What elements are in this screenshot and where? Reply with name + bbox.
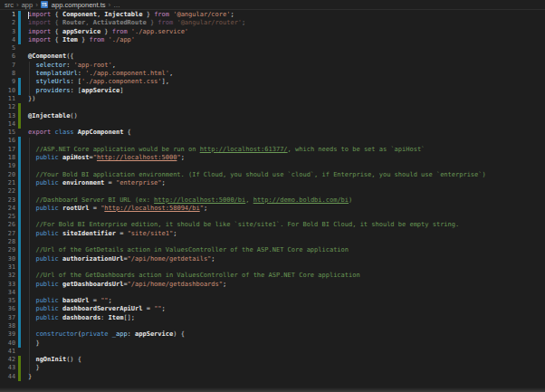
code-line[interactable]: 16: [0, 137, 545, 145]
line-number: 34: [0, 289, 15, 297]
line-number: 14: [0, 120, 15, 129]
code-line[interactable]: 14: [0, 120, 545, 129]
line-number: 29: [0, 246, 15, 254]
code-line[interactable]: 40 }: [0, 339, 545, 348]
code-line[interactable]: 24 public rootUrl = "http://localhost:58…: [0, 205, 545, 213]
code-line[interactable]: 5: [0, 44, 545, 53]
line-number: 37: [0, 314, 15, 322]
code-line[interactable]: 4import { Item } from './app': [0, 36, 545, 44]
code-line[interactable]: 11}): [0, 95, 545, 103]
code-text: //ASP.NET Core application would be run …: [21, 146, 425, 154]
code-line[interactable]: 6@Component({: [0, 53, 545, 61]
line-number: 23: [0, 196, 15, 205]
code-line[interactable]: 36 public dashboardServerApiUrl = "";: [0, 305, 545, 313]
code-line[interactable]: 29 //Url of the GetDetails action in Val…: [0, 246, 545, 254]
code-text: ngOnInit() {: [21, 356, 81, 364]
line-number: 11: [0, 95, 15, 103]
breadcrumb-item-filename[interactable]: app.component.ts: [52, 1, 106, 9]
code-lines: 1import { Component, Injectable } from '…: [0, 11, 545, 381]
code-line[interactable]: 21 public environment = "enterprise";: [0, 179, 545, 187]
line-number: 43: [0, 364, 15, 372]
line-number: 36: [0, 305, 15, 313]
code-line[interactable]: 20 //Your Bold BI application environmen…: [0, 171, 545, 179]
code-text: [21, 289, 28, 297]
code-line[interactable]: 9 styleUrls: ['./app.component.css'],: [0, 78, 545, 86]
code-line[interactable]: 19: [0, 162, 545, 170]
breadcrumb-separator: ›: [108, 1, 110, 9]
code-line[interactable]: 44}: [0, 373, 545, 381]
code-line[interactable]: 37 public dashboards: Item[];: [0, 314, 545, 322]
code-text: [21, 348, 28, 356]
line-number: 20: [0, 171, 15, 179]
code-line[interactable]: 38: [0, 322, 545, 330]
code-text: public rootUrl = "http://localhost:58094…: [21, 205, 207, 213]
code-line[interactable]: 35 public baseUrl = "";: [0, 297, 545, 305]
text-cursor: [28, 12, 29, 19]
code-text: [21, 103, 28, 111]
typescript-file-icon: TS: [41, 1, 48, 8]
code-text: //Dashboard Server BI URL (ex: http://lo…: [21, 196, 352, 205]
breadcrumb-item-symbol[interactable]: …: [113, 1, 120, 9]
code-text: import { appService } from './app.servic…: [21, 28, 188, 36]
code-line[interactable]: 13@Injectable(): [0, 112, 545, 120]
code-line[interactable]: 25: [0, 213, 545, 221]
line-number: 12: [0, 103, 15, 111]
code-line[interactable]: 42 ngOnInit() {: [0, 356, 545, 364]
code-line[interactable]: 18 public apiHost="http://localhost:5000…: [0, 154, 545, 162]
code-line[interactable]: 31: [0, 263, 545, 272]
code-line[interactable]: 30 public authorizationUrl="/api/home/ge…: [0, 255, 545, 263]
line-number: 33: [0, 281, 15, 289]
code-line[interactable]: 22: [0, 187, 545, 196]
breadcrumb: src › app › TS app.component.ts › …: [0, 0, 545, 10]
code-line[interactable]: 7 selector: 'app-root',: [0, 62, 545, 70]
breadcrumb-separator: ›: [16, 1, 19, 9]
line-number: 13: [0, 112, 15, 120]
code-line[interactable]: 3import { appService } from './app.servi…: [0, 28, 545, 36]
code-text: public authorizationUrl="/api/home/getde…: [21, 255, 215, 263]
breadcrumb-item-app[interactable]: app: [22, 1, 33, 9]
code-line[interactable]: 17 //ASP.NET Core application would be r…: [0, 146, 545, 154]
breadcrumb-item-src[interactable]: src: [5, 1, 14, 9]
code-line[interactable]: 41: [0, 348, 545, 356]
code-text: selector: 'app-root',: [21, 62, 116, 70]
code-line[interactable]: 15export class AppComponent {: [0, 129, 545, 137]
code-line[interactable]: 33 public getDashboardsUrl="/api/home/ge…: [0, 281, 545, 289]
code-line[interactable]: 10 providers: [appService]: [0, 87, 545, 95]
line-number: 27: [0, 230, 15, 238]
line-number: 28: [0, 238, 15, 246]
code-line[interactable]: 39 constructor(private _app: appService)…: [0, 330, 545, 339]
code-line[interactable]: 8 templateUrl: './app.component.html',: [0, 70, 545, 78]
code-text: }: [21, 339, 40, 348]
code-text: //Your Bold BI application environment. …: [21, 171, 486, 179]
line-number: 26: [0, 221, 15, 229]
code-line[interactable]: 23 //Dashboard Server BI URL (ex: http:/…: [0, 196, 545, 205]
window-bottom-edge: [0, 387, 545, 392]
line-number: 44: [0, 373, 15, 381]
code-line[interactable]: 34: [0, 289, 545, 297]
indent-guide: [29, 62, 30, 95]
code-text: constructor(private _app: appService) {: [21, 330, 185, 339]
line-number: 24: [0, 205, 15, 213]
code-text: }: [21, 364, 40, 372]
code-text: styleUrls: ['./app.component.css'],: [21, 78, 169, 86]
line-number: 41: [0, 348, 15, 356]
line-number: 7: [0, 62, 15, 70]
code-line[interactable]: 32 //Url of the GetDashboards action in …: [0, 272, 545, 280]
line-number: 2: [0, 19, 15, 27]
code-editor[interactable]: 1import { Component, Injectable } from '…: [0, 10, 545, 381]
code-line[interactable]: 26 //For Bold BI Enterprise edition, it …: [0, 221, 545, 229]
code-line[interactable]: 43 }: [0, 364, 545, 372]
code-text: @Component({: [21, 53, 74, 61]
code-line[interactable]: 1import { Component, Injectable } from '…: [0, 11, 545, 19]
line-number: 17: [0, 146, 15, 154]
code-line[interactable]: 27 public siteIdentifier = "site/site1";: [0, 230, 545, 238]
line-number: 8: [0, 70, 15, 78]
line-number: 39: [0, 330, 15, 339]
code-text: //Url of the GetDetails action in Values…: [21, 246, 349, 254]
code-line[interactable]: 12: [0, 103, 545, 111]
line-number: 32: [0, 272, 15, 280]
code-line[interactable]: 2import { Router, ActivatedRoute } from …: [0, 19, 545, 27]
code-text: [21, 322, 28, 330]
code-line[interactable]: 28: [0, 238, 545, 246]
line-number: 40: [0, 339, 15, 348]
